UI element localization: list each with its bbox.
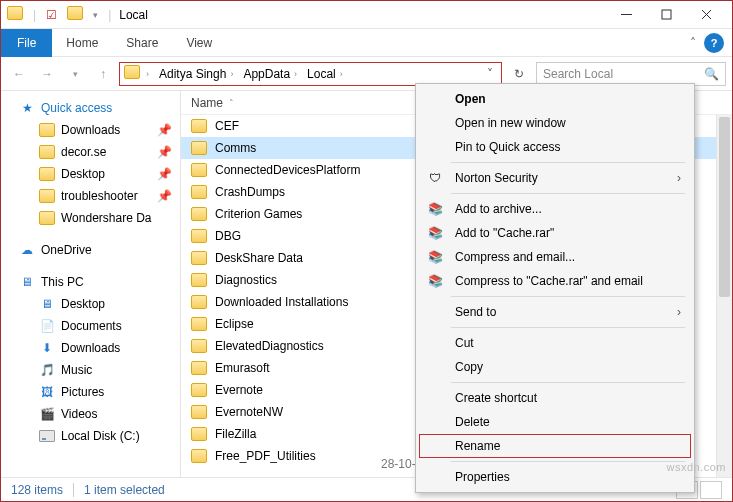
qat-dropdown-icon[interactable]: ▾	[93, 10, 98, 20]
drive-icon	[39, 428, 55, 444]
menu-item-copy[interactable]: Copy	[419, 355, 691, 379]
breadcrumb-segment[interactable]: Local›	[303, 67, 347, 81]
ribbon-collapse-icon[interactable]: ˄	[682, 36, 704, 50]
close-button[interactable]	[686, 2, 726, 28]
window-title: Local	[119, 8, 148, 22]
folder-icon	[191, 295, 207, 309]
folder-icon	[191, 207, 207, 221]
tab-share[interactable]: Share	[112, 29, 172, 57]
nav-forward-button[interactable]: →	[35, 62, 59, 86]
chevron-right-icon: ›	[677, 305, 681, 319]
library-icon: 🖼	[39, 384, 55, 400]
menu-item-compress-email[interactable]: 📚Compress and email...	[419, 245, 691, 269]
pin-icon: 📌	[157, 167, 172, 181]
tab-view[interactable]: View	[172, 29, 226, 57]
address-bar[interactable]: › Aditya Singh› AppData› Local› ˅	[119, 62, 502, 86]
minimize-button[interactable]	[606, 2, 646, 28]
menu-item-rename[interactable]: Rename	[419, 434, 691, 458]
sidebar-item[interactable]: ⬇Downloads	[1, 337, 180, 359]
nav-recent-dropdown[interactable]: ▾	[63, 62, 87, 86]
menu-item-pin-quick-access[interactable]: Pin to Quick access	[419, 135, 691, 159]
search-input[interactable]: Search Local 🔍	[536, 62, 726, 86]
menu-item-open-new-window[interactable]: Open in new window	[419, 111, 691, 135]
pin-icon: 📌	[157, 189, 172, 203]
menu-item-add-cache[interactable]: 📚Add to "Cache.rar"	[419, 221, 691, 245]
sidebar-item[interactable]: 🎵Music	[1, 359, 180, 381]
folder-icon	[39, 166, 55, 182]
qat-properties-icon[interactable]: ☑	[46, 8, 57, 22]
sidebar-item[interactable]: Wondershare Da	[1, 207, 180, 229]
menu-item-delete[interactable]: Delete	[419, 410, 691, 434]
tab-home[interactable]: Home	[52, 29, 112, 57]
nav-back-button[interactable]: ←	[7, 62, 31, 86]
maximize-button[interactable]	[646, 2, 686, 28]
sidebar-item-onedrive[interactable]: ☁ OneDrive	[1, 239, 180, 261]
context-menu: Open Open in new window Pin to Quick acc…	[415, 83, 695, 493]
chevron-right-icon[interactable]: ›	[146, 69, 149, 79]
chevron-right-icon: ›	[677, 171, 681, 185]
sidebar-item[interactable]: Desktop📌	[1, 163, 180, 185]
sidebar-item[interactable]: 🖼Pictures	[1, 381, 180, 403]
nav-up-button[interactable]: ↑	[91, 62, 115, 86]
library-icon: 🖥	[39, 296, 55, 312]
folder-icon	[191, 339, 207, 353]
menu-item-create-shortcut[interactable]: Create shortcut	[419, 386, 691, 410]
folder-icon	[39, 188, 55, 204]
folder-icon	[191, 361, 207, 375]
search-icon: 🔍	[704, 67, 719, 81]
folder-icon	[39, 144, 55, 160]
folder-icon	[191, 229, 207, 243]
qat-separator: |	[33, 8, 36, 22]
menu-item-norton[interactable]: 🛡Norton Security›	[419, 166, 691, 190]
menu-item-add-archive[interactable]: 📚Add to archive...	[419, 197, 691, 221]
folder-icon	[39, 122, 55, 138]
cloud-icon: ☁	[19, 242, 35, 258]
title-bar: | ☑ ▾ | Local	[1, 1, 732, 29]
folder-icon	[191, 185, 207, 199]
qat-separator: |	[108, 8, 111, 22]
folder-icon	[191, 449, 207, 463]
refresh-button[interactable]: ↻	[506, 67, 532, 81]
sidebar-item[interactable]: 🖥Desktop	[1, 293, 180, 315]
norton-icon: 🛡	[425, 171, 445, 185]
folder-icon	[191, 141, 207, 155]
view-large-button[interactable]	[700, 481, 722, 499]
sidebar-item[interactable]: 📄Documents	[1, 315, 180, 337]
scrollbar-thumb[interactable]	[719, 117, 730, 297]
menu-item-compress-cache-email[interactable]: 📚Compress to "Cache.rar" and email	[419, 269, 691, 293]
vertical-scrollbar[interactable]	[716, 115, 732, 477]
folder-icon	[39, 210, 55, 226]
help-icon[interactable]: ?	[704, 33, 724, 53]
status-selected: 1 item selected	[84, 483, 165, 497]
menu-item-cut[interactable]: Cut	[419, 331, 691, 355]
folder-icon	[191, 273, 207, 287]
folder-icon	[191, 163, 207, 177]
archive-icon: 📚	[425, 274, 445, 288]
menu-item-send-to[interactable]: Send to›	[419, 300, 691, 324]
library-icon: 🎵	[39, 362, 55, 378]
sidebar-item[interactable]: troubleshooter📌	[1, 185, 180, 207]
sidebar-item[interactable]: Downloads📌	[1, 119, 180, 141]
file-tab[interactable]: File	[1, 29, 52, 57]
library-icon: 🎬	[39, 406, 55, 422]
folder-icon	[191, 427, 207, 441]
folder-icon	[124, 65, 140, 82]
address-dropdown-icon[interactable]: ˅	[483, 67, 497, 81]
sidebar-item[interactable]: decor.se📌	[1, 141, 180, 163]
library-icon: 📄	[39, 318, 55, 334]
menu-item-properties[interactable]: Properties	[419, 465, 691, 489]
menu-item-open[interactable]: Open	[419, 87, 691, 111]
svg-rect-0	[662, 10, 671, 19]
sidebar-item[interactable]: 🎬Videos	[1, 403, 180, 425]
sidebar-item-quick-access[interactable]: ★ Quick access	[1, 97, 180, 119]
sidebar-item-this-pc[interactable]: 🖥 This PC	[1, 271, 180, 293]
star-icon: ★	[19, 100, 35, 116]
folder-icon	[191, 119, 207, 133]
pin-icon: 📌	[157, 123, 172, 137]
breadcrumb-segment[interactable]: Aditya Singh›	[155, 67, 237, 81]
breadcrumb-segment[interactable]: AppData›	[239, 67, 301, 81]
pin-icon: 📌	[157, 145, 172, 159]
sidebar-item[interactable]: Local Disk (C:)	[1, 425, 180, 447]
column-header-name[interactable]: Name ˄	[191, 96, 391, 110]
folder-icon	[191, 383, 207, 397]
